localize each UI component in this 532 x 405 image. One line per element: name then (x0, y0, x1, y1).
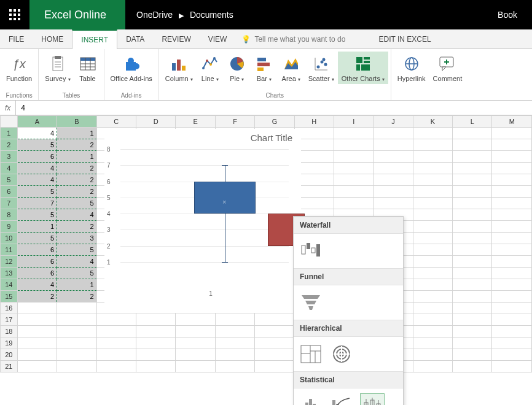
other-charts-button[interactable]: Other Charts ▾ (338, 52, 388, 84)
cell-D20[interactable] (136, 349, 175, 361)
column-header-A[interactable]: A (17, 116, 57, 128)
table-button[interactable]: Table (74, 52, 101, 83)
row-header-18[interactable]: 18 (1, 326, 18, 338)
cell-M12[interactable] (492, 256, 532, 268)
waterfall-chart-option[interactable] (299, 239, 323, 263)
cell-C18[interactable] (96, 326, 136, 338)
cell-C20[interactable] (96, 349, 136, 361)
column-header-H[interactable]: H (294, 116, 334, 128)
cell-L2[interactable] (453, 139, 492, 151)
cell-M6[interactable] (492, 186, 532, 198)
histogram-chart-option[interactable] (299, 393, 323, 405)
cell-K17[interactable] (413, 314, 452, 326)
cell-L8[interactable] (453, 209, 492, 221)
app-launcher-icon[interactable] (0, 0, 29, 29)
cell-L13[interactable] (453, 268, 492, 279)
cell-M16[interactable] (492, 303, 532, 314)
column-header-G[interactable]: G (255, 116, 294, 128)
treemap-chart-option[interactable] (299, 342, 323, 366)
row-header-5[interactable]: 5 (1, 174, 18, 186)
funnel-chart-option[interactable] (299, 290, 323, 315)
cell-F21[interactable] (215, 361, 254, 372)
cell-M18[interactable] (492, 326, 532, 338)
area-chart-button[interactable]: Area ▾ (278, 52, 305, 84)
cell-M19[interactable] (492, 338, 532, 349)
cell-L4[interactable] (453, 163, 492, 174)
column-header-B[interactable]: B (57, 116, 96, 128)
row-header-2[interactable]: 2 (1, 139, 18, 151)
cell-K1[interactable] (413, 128, 452, 139)
cell-B12[interactable]: 4 (57, 256, 96, 268)
cell-K8[interactable] (413, 209, 452, 221)
cell-B18[interactable] (57, 326, 96, 338)
cell-K2[interactable] (413, 139, 452, 151)
cell-G17[interactable] (255, 314, 294, 326)
breadcrumb-item[interactable]: Documents (190, 10, 233, 20)
cell-J3[interactable] (374, 151, 413, 163)
cell-L7[interactable] (453, 198, 492, 209)
row-header-3[interactable]: 3 (1, 151, 18, 163)
tab-insert[interactable]: INSERT (72, 29, 117, 49)
row-header-17[interactable]: 17 (1, 314, 18, 326)
cell-K3[interactable] (413, 151, 452, 163)
cell-M3[interactable] (492, 151, 532, 163)
row-header-16[interactable]: 16 (1, 303, 18, 314)
cell-E17[interactable] (176, 314, 215, 326)
cell-K4[interactable] (413, 163, 452, 174)
cell-B5[interactable]: 2 (57, 174, 96, 186)
cell-K5[interactable] (413, 174, 452, 186)
cell-L15[interactable] (453, 291, 492, 303)
cell-L11[interactable] (453, 244, 492, 256)
tab-home[interactable]: HOME (33, 29, 72, 48)
cell-B3[interactable]: 1 (57, 151, 96, 163)
row-header-20[interactable]: 20 (1, 349, 18, 361)
cell-L16[interactable] (453, 303, 492, 314)
breadcrumb[interactable]: OneDrive ▶ Documents (125, 10, 244, 20)
line-chart-button[interactable]: Line ▾ (197, 52, 224, 84)
pie-chart-button[interactable]: Pie ▾ (224, 52, 251, 84)
cell-J4[interactable] (374, 163, 413, 174)
column-header-M[interactable]: M (492, 116, 532, 128)
cell-L17[interactable] (453, 314, 492, 326)
cell-B9[interactable]: 2 (57, 221, 96, 233)
column-header-C[interactable]: C (96, 116, 136, 128)
column-header-E[interactable]: E (176, 116, 215, 128)
column-chart-button[interactable]: Column ▾ (162, 52, 197, 84)
cell-J7[interactable] (374, 198, 413, 209)
cell-K14[interactable] (413, 279, 452, 291)
cell-G20[interactable] (255, 349, 294, 361)
cell-A19[interactable] (17, 338, 57, 349)
cell-I2[interactable] (334, 139, 374, 151)
cell-B11[interactable]: 5 (57, 244, 96, 256)
cell-D18[interactable] (136, 326, 175, 338)
cell-F20[interactable] (215, 349, 254, 361)
comment-button[interactable]: Comment (429, 52, 466, 83)
cell-J6[interactable] (374, 186, 413, 198)
function-button[interactable]: ƒx Function (2, 52, 36, 83)
cell-B4[interactable]: 2 (57, 163, 96, 174)
cell-A16[interactable] (17, 303, 57, 314)
cell-M11[interactable] (492, 244, 532, 256)
cell-K11[interactable] (413, 244, 452, 256)
cell-M14[interactable] (492, 279, 532, 291)
row-header-4[interactable]: 4 (1, 163, 18, 174)
cell-M20[interactable] (492, 349, 532, 361)
row-header-14[interactable]: 14 (1, 279, 18, 291)
cell-K9[interactable] (413, 221, 452, 233)
row-header-10[interactable]: 10 (1, 233, 18, 244)
cell-L10[interactable] (453, 233, 492, 244)
cell-A11[interactable]: 6 (17, 244, 57, 256)
cell-A17[interactable] (17, 314, 57, 326)
row-header-13[interactable]: 13 (1, 268, 18, 279)
cell-G21[interactable] (255, 361, 294, 372)
cell-A8[interactable]: 5 (17, 209, 57, 221)
row-header-19[interactable]: 19 (1, 338, 18, 349)
row-header-6[interactable]: 6 (1, 186, 18, 198)
cell-I3[interactable] (334, 151, 374, 163)
tell-me-search[interactable]: 💡 Tell me what you want to do (241, 35, 345, 44)
cell-A21[interactable] (17, 361, 57, 372)
cell-C19[interactable] (96, 338, 136, 349)
cell-B19[interactable] (57, 338, 96, 349)
cell-G19[interactable] (255, 338, 294, 349)
cell-M15[interactable] (492, 291, 532, 303)
